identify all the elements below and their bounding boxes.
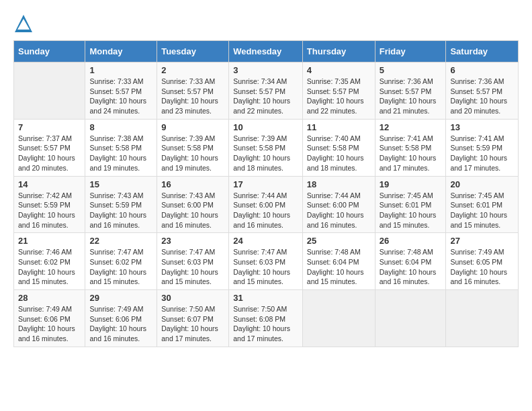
day-number: 17 <box>233 179 298 189</box>
day-cell: 2Sunrise: 7:33 AM Sunset: 5:57 PM Daylig… <box>157 62 229 120</box>
day-cell: 9Sunrise: 7:39 AM Sunset: 5:58 PM Daylig… <box>157 119 229 176</box>
day-number: 20 <box>450 179 514 189</box>
day-cell: 19Sunrise: 7:45 AM Sunset: 6:01 PM Dayli… <box>375 176 446 233</box>
day-cell: 23Sunrise: 7:47 AM Sunset: 6:03 PM Dayli… <box>157 233 229 290</box>
day-cell <box>375 290 446 347</box>
day-cell: 3Sunrise: 7:34 AM Sunset: 5:57 PM Daylig… <box>229 62 303 120</box>
day-cell: 18Sunrise: 7:44 AM Sunset: 6:00 PM Dayli… <box>302 176 375 233</box>
day-cell: 5Sunrise: 7:36 AM Sunset: 5:57 PM Daylig… <box>375 62 446 120</box>
day-info: Sunrise: 7:47 AM Sunset: 6:03 PM Dayligh… <box>233 247 298 287</box>
day-info: Sunrise: 7:47 AM Sunset: 6:02 PM Dayligh… <box>89 247 152 287</box>
day-number: 6 <box>450 65 514 75</box>
day-number: 16 <box>161 179 224 189</box>
day-cell: 17Sunrise: 7:44 AM Sunset: 6:00 PM Dayli… <box>229 176 303 233</box>
page-header <box>13 13 519 34</box>
day-number: 26 <box>380 236 442 246</box>
day-cell <box>446 290 519 347</box>
week-row-5: 28Sunrise: 7:49 AM Sunset: 6:06 PM Dayli… <box>14 290 519 347</box>
day-cell <box>14 62 85 120</box>
day-number: 10 <box>233 122 298 132</box>
day-info: Sunrise: 7:49 AM Sunset: 6:05 PM Dayligh… <box>450 247 514 287</box>
day-number: 11 <box>307 122 371 132</box>
day-info: Sunrise: 7:43 AM Sunset: 6:00 PM Dayligh… <box>161 191 224 230</box>
day-number: 8 <box>89 122 152 132</box>
day-number: 22 <box>89 236 152 246</box>
day-cell: 20Sunrise: 7:45 AM Sunset: 6:01 PM Dayli… <box>446 176 519 233</box>
day-info: Sunrise: 7:48 AM Sunset: 6:04 PM Dayligh… <box>380 247 442 287</box>
day-cell: 25Sunrise: 7:48 AM Sunset: 6:04 PM Dayli… <box>302 233 375 290</box>
day-cell: 10Sunrise: 7:39 AM Sunset: 5:58 PM Dayli… <box>229 119 303 176</box>
header-row: SundayMondayTuesdayWednesdayThursdayFrid… <box>14 41 519 62</box>
day-cell: 27Sunrise: 7:49 AM Sunset: 6:05 PM Dayli… <box>446 233 519 290</box>
day-info: Sunrise: 7:39 AM Sunset: 5:58 PM Dayligh… <box>233 134 298 173</box>
day-info: Sunrise: 7:40 AM Sunset: 5:58 PM Dayligh… <box>307 134 371 173</box>
day-number: 14 <box>18 179 81 189</box>
day-number: 21 <box>18 236 81 246</box>
day-info: Sunrise: 7:41 AM Sunset: 5:59 PM Dayligh… <box>450 134 514 173</box>
calendar-table: SundayMondayTuesdayWednesdayThursdayFrid… <box>13 40 519 347</box>
header-wednesday: Wednesday <box>229 41 303 62</box>
week-row-1: 1Sunrise: 7:33 AM Sunset: 5:57 PM Daylig… <box>14 62 519 120</box>
day-number: 2 <box>161 65 224 75</box>
day-number: 30 <box>161 293 224 303</box>
day-number: 12 <box>380 122 442 132</box>
day-cell: 13Sunrise: 7:41 AM Sunset: 5:59 PM Dayli… <box>446 119 519 176</box>
day-info: Sunrise: 7:49 AM Sunset: 6:06 PM Dayligh… <box>89 304 152 344</box>
day-info: Sunrise: 7:47 AM Sunset: 6:03 PM Dayligh… <box>161 247 224 287</box>
day-info: Sunrise: 7:35 AM Sunset: 5:57 PM Dayligh… <box>307 77 371 116</box>
day-info: Sunrise: 7:41 AM Sunset: 5:58 PM Dayligh… <box>380 134 442 173</box>
day-number: 13 <box>450 122 514 132</box>
header-thursday: Thursday <box>302 41 375 62</box>
day-cell: 21Sunrise: 7:46 AM Sunset: 6:02 PM Dayli… <box>14 233 85 290</box>
header-tuesday: Tuesday <box>157 41 229 62</box>
logo-icon <box>13 13 34 34</box>
header-sunday: Sunday <box>14 41 85 62</box>
day-cell: 29Sunrise: 7:49 AM Sunset: 6:06 PM Dayli… <box>85 290 157 347</box>
logo <box>13 13 36 34</box>
day-cell: 16Sunrise: 7:43 AM Sunset: 6:00 PM Dayli… <box>157 176 229 233</box>
day-info: Sunrise: 7:50 AM Sunset: 6:08 PM Dayligh… <box>233 304 298 344</box>
day-number: 29 <box>89 293 152 303</box>
header-monday: Monday <box>85 41 157 62</box>
day-info: Sunrise: 7:49 AM Sunset: 6:06 PM Dayligh… <box>18 304 81 344</box>
day-number: 15 <box>89 179 152 189</box>
day-number: 7 <box>18 122 81 132</box>
day-info: Sunrise: 7:38 AM Sunset: 5:58 PM Dayligh… <box>89 134 152 173</box>
day-cell: 14Sunrise: 7:42 AM Sunset: 5:59 PM Dayli… <box>14 176 85 233</box>
day-number: 5 <box>380 65 442 75</box>
day-info: Sunrise: 7:44 AM Sunset: 6:00 PM Dayligh… <box>233 191 298 230</box>
day-cell: 28Sunrise: 7:49 AM Sunset: 6:06 PM Dayli… <box>14 290 85 347</box>
day-info: Sunrise: 7:43 AM Sunset: 5:59 PM Dayligh… <box>89 191 152 230</box>
day-info: Sunrise: 7:33 AM Sunset: 5:57 PM Dayligh… <box>89 77 152 116</box>
day-info: Sunrise: 7:45 AM Sunset: 6:01 PM Dayligh… <box>380 191 442 230</box>
day-number: 24 <box>233 236 298 246</box>
day-cell: 6Sunrise: 7:36 AM Sunset: 5:57 PM Daylig… <box>446 62 519 120</box>
day-number: 4 <box>307 65 371 75</box>
day-number: 18 <box>307 179 371 189</box>
week-row-2: 7Sunrise: 7:37 AM Sunset: 5:57 PM Daylig… <box>14 119 519 176</box>
day-cell <box>302 290 375 347</box>
day-number: 3 <box>233 65 298 75</box>
day-cell: 1Sunrise: 7:33 AM Sunset: 5:57 PM Daylig… <box>85 62 157 120</box>
day-number: 23 <box>161 236 224 246</box>
day-cell: 24Sunrise: 7:47 AM Sunset: 6:03 PM Dayli… <box>229 233 303 290</box>
header-saturday: Saturday <box>446 41 519 62</box>
day-cell: 31Sunrise: 7:50 AM Sunset: 6:08 PM Dayli… <box>229 290 303 347</box>
day-cell: 8Sunrise: 7:38 AM Sunset: 5:58 PM Daylig… <box>85 119 157 176</box>
day-number: 9 <box>161 122 224 132</box>
day-info: Sunrise: 7:50 AM Sunset: 6:07 PM Dayligh… <box>161 304 224 344</box>
header-friday: Friday <box>375 41 446 62</box>
day-cell: 12Sunrise: 7:41 AM Sunset: 5:58 PM Dayli… <box>375 119 446 176</box>
day-number: 19 <box>380 179 442 189</box>
day-number: 1 <box>89 65 152 75</box>
day-info: Sunrise: 7:34 AM Sunset: 5:57 PM Dayligh… <box>233 77 298 116</box>
day-number: 31 <box>233 293 298 303</box>
day-cell: 15Sunrise: 7:43 AM Sunset: 5:59 PM Dayli… <box>85 176 157 233</box>
day-number: 28 <box>18 293 81 303</box>
day-cell: 7Sunrise: 7:37 AM Sunset: 5:57 PM Daylig… <box>14 119 85 176</box>
day-info: Sunrise: 7:48 AM Sunset: 6:04 PM Dayligh… <box>307 247 371 287</box>
day-info: Sunrise: 7:37 AM Sunset: 5:57 PM Dayligh… <box>18 134 81 173</box>
day-info: Sunrise: 7:39 AM Sunset: 5:58 PM Dayligh… <box>161 134 224 173</box>
day-cell: 22Sunrise: 7:47 AM Sunset: 6:02 PM Dayli… <box>85 233 157 290</box>
day-info: Sunrise: 7:46 AM Sunset: 6:02 PM Dayligh… <box>18 247 81 287</box>
